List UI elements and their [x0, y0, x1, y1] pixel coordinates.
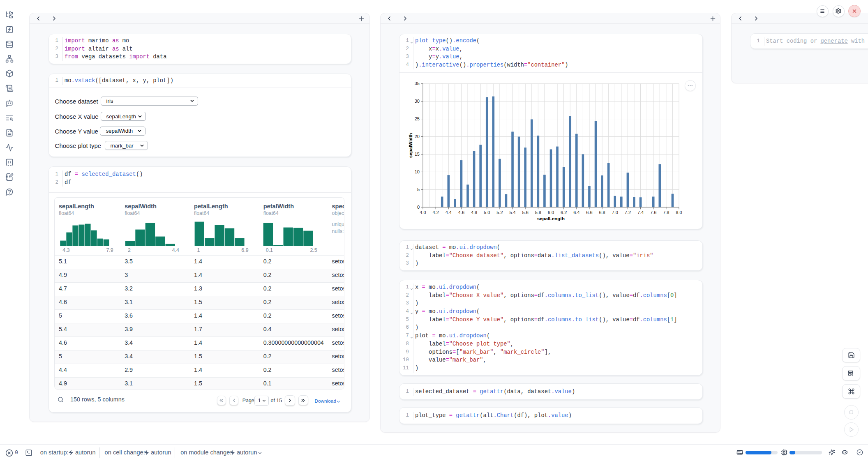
svg-text:7.2: 7.2: [625, 210, 631, 215]
svg-text:6.6: 6.6: [586, 210, 592, 215]
svg-text:4.8: 4.8: [471, 210, 477, 215]
svg-text:4.4: 4.4: [446, 210, 452, 215]
svg-text:7.4: 7.4: [637, 210, 644, 215]
svg-text:0: 0: [417, 205, 420, 210]
svg-text:7.6: 7.6: [650, 210, 656, 215]
svg-text:4.2: 4.2: [433, 210, 439, 215]
svg-text:4.0: 4.0: [420, 210, 426, 215]
svg-text:6.4: 6.4: [573, 210, 579, 215]
svg-text:7.0: 7.0: [612, 210, 618, 215]
svg-text:8.0: 8.0: [676, 210, 682, 215]
svg-text:5.0: 5.0: [484, 210, 490, 215]
svg-text:5.4: 5.4: [509, 210, 515, 215]
svg-text:5.2: 5.2: [496, 210, 503, 215]
svg-text:10: 10: [415, 169, 420, 174]
svg-text:4.6: 4.6: [458, 210, 464, 215]
svg-text:5.8: 5.8: [535, 210, 541, 215]
svg-text:6.2: 6.2: [561, 210, 567, 215]
svg-text:5: 5: [417, 187, 420, 192]
svg-text:6.8: 6.8: [599, 210, 605, 215]
svg-text:sepalWidth: sepalWidth: [408, 133, 413, 158]
svg-text:30: 30: [415, 99, 420, 104]
svg-text:20: 20: [415, 134, 420, 139]
svg-text:sepalLength: sepalLength: [537, 216, 565, 221]
svg-text:25: 25: [415, 116, 420, 121]
svg-text:35: 35: [415, 81, 420, 86]
svg-text:7.8: 7.8: [663, 210, 669, 215]
svg-text:5.6: 5.6: [522, 210, 529, 215]
svg-text:6.0: 6.0: [548, 210, 554, 215]
svg-text:15: 15: [415, 152, 420, 157]
